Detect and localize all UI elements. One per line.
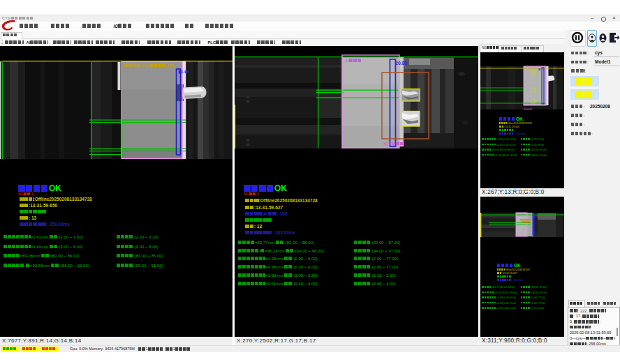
svg-text:▮1.4: ▮1.4 xyxy=(538,68,545,71)
svg-text:▬▬▬: ▬▬▬ xyxy=(524,107,532,110)
